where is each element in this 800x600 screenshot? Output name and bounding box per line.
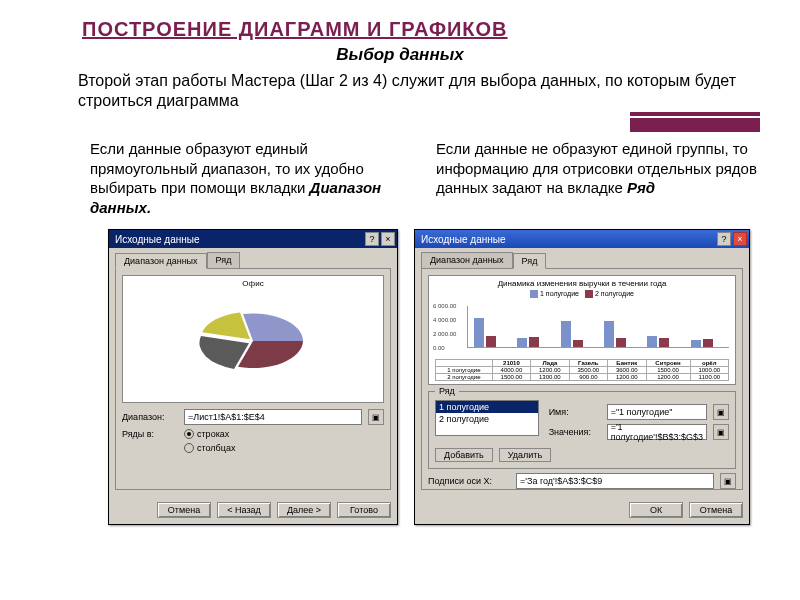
close-icon[interactable]: × <box>381 232 395 246</box>
dialog-series-titlebar[interactable]: Исходные данные ? × <box>415 230 749 248</box>
bar-chart-title: Динамика изменения выручки в течении год… <box>429 276 735 288</box>
back-button[interactable]: < Назад <box>217 502 271 518</box>
data-table: 21010ЛадаГазельБантикСитроенорёл1 полуго… <box>435 359 729 381</box>
dialog-range: Исходные данные ? × Диапазон данных Ряд … <box>108 229 398 525</box>
ok-button[interactable]: ОК <box>629 502 683 518</box>
help-icon[interactable]: ? <box>365 232 379 246</box>
series-group-label: Ряд <box>435 386 459 396</box>
name-label: Имя: <box>549 407 601 417</box>
xaxis-picker-icon[interactable]: ▣ <box>720 473 736 489</box>
range-picker-icon[interactable]: ▣ <box>368 409 384 425</box>
tab-series[interactable]: Ряд <box>513 253 547 269</box>
cancel-button[interactable]: Отмена <box>689 502 743 518</box>
page-title: ПОСТРОЕНИЕ ДИАГРАММ И ГРАФИКОВ <box>0 0 800 45</box>
page-subtitle: Выбор данных <box>0 45 800 71</box>
values-label: Значения: <box>549 427 601 437</box>
tab-range[interactable]: Диапазон данных <box>115 253 207 269</box>
range-label: Диапазон: <box>122 412 178 422</box>
finish-button[interactable]: Готово <box>337 502 391 518</box>
xaxis-label: Подписи оси X: <box>428 476 510 486</box>
name-picker-icon[interactable]: ▣ <box>713 404 729 420</box>
left-paragraph: Если данные образуют единый прямоугольны… <box>90 139 418 217</box>
ytick: 6 000.00 <box>433 303 456 309</box>
next-button[interactable]: Далее > <box>277 502 331 518</box>
dialog-range-title: Исходные данные <box>115 234 363 245</box>
accent-bar <box>630 118 760 132</box>
preview-chart-bar: Динамика изменения выручки в течении год… <box>428 275 736 385</box>
right-paragraph-text: Если данные не образуют единой группы, т… <box>436 140 757 196</box>
list-item[interactable]: 2 полугодие <box>436 413 538 425</box>
values-picker-icon[interactable]: ▣ <box>713 424 729 440</box>
add-button[interactable]: Добавить <box>435 448 493 462</box>
delete-button[interactable]: Удалить <box>499 448 551 462</box>
tab-series[interactable]: Ряд <box>207 252 241 268</box>
series-listbox[interactable]: 1 полугодие 2 полугодие <box>435 400 539 436</box>
cancel-button[interactable]: Отмена <box>157 502 211 518</box>
ytick: 4 000.00 <box>433 317 456 323</box>
pie-icon <box>193 303 313 383</box>
radio-rows-label: строках <box>197 429 229 439</box>
list-item[interactable]: 1 полугодие <box>436 401 538 413</box>
legend-2: 2 полугодие <box>595 290 634 297</box>
radio-cols-label: столбцах <box>197 443 235 453</box>
pie-title: Офис <box>123 276 383 288</box>
help-icon[interactable]: ? <box>717 232 731 246</box>
bar-legend: 1 полугодие 2 полугодие <box>429 290 735 298</box>
range-input[interactable]: =Лист1!$A$1:$E$4 <box>184 409 362 425</box>
radio-cols[interactable]: столбцах <box>184 443 235 453</box>
xaxis-input[interactable]: ='За год'!$A$3:$C$9 <box>516 473 714 489</box>
dialog-range-titlebar[interactable]: Исходные данные ? × <box>109 230 397 248</box>
dialog-series-title: Исходные данные <box>421 234 715 245</box>
legend-1: 1 полугодие <box>540 290 579 297</box>
rows-label: Ряды в: <box>122 429 178 439</box>
ytick: 2 000.00 <box>433 331 456 337</box>
radio-rows[interactable]: строках <box>184 429 229 439</box>
tab-range[interactable]: Диапазон данных <box>421 252 513 268</box>
right-paragraph: Если данные не образуют единой группы, т… <box>436 139 764 217</box>
preview-chart-pie: Офис <box>122 275 384 403</box>
dialog-series: Исходные данные ? × Диапазон данных Ряд … <box>414 229 750 525</box>
name-input[interactable]: ="1 полугодие" <box>607 404 707 420</box>
values-input[interactable]: ='1 полугодие'!$B$3:$G$3 <box>607 424 707 440</box>
close-icon[interactable]: × <box>733 232 747 246</box>
right-paragraph-bold: Ряд <box>627 179 655 196</box>
ytick: 0.00 <box>433 345 445 351</box>
